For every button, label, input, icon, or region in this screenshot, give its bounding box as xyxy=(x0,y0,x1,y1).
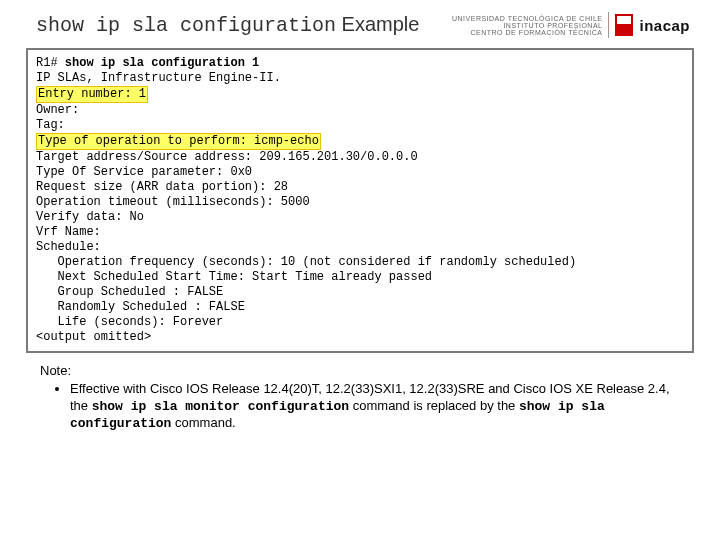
terminal-output-frame: R1# show ip sla configuration 1 IP SLAs,… xyxy=(26,48,694,353)
institution-text: UNIVERSIDAD TECNOLÓGICA DE CHILE INSTITU… xyxy=(452,15,602,36)
terminal-output: R1# show ip sla configuration 1 IP SLAs,… xyxy=(36,56,684,345)
title-suffix: Example xyxy=(336,13,419,35)
highlight-entry-number: Entry number: 1 xyxy=(36,86,148,103)
old-command: show ip sla monitor configuration xyxy=(92,399,349,414)
out-line: Randomly Scheduled : FALSE xyxy=(36,300,245,314)
out-line: Operation timeout (milliseconds): 5000 xyxy=(36,195,310,209)
institution-line-3: CENTRO DE FORMACIÓN TÉCNICA xyxy=(452,29,602,36)
out-line: Next Scheduled Start Time: Start Time al… xyxy=(36,270,432,284)
out-line: Life (seconds): Forever xyxy=(36,315,223,329)
note-block: Note: Effective with Cisco IOS Release 1… xyxy=(40,363,680,432)
note-label: Note: xyxy=(40,363,680,379)
institution-line-2: INSTITUTO PROFESIONAL xyxy=(452,22,602,29)
note-text-suffix: command. xyxy=(171,415,235,430)
out-line: Group Scheduled : FALSE xyxy=(36,285,223,299)
out-line: Request size (ARR data portion): 28 xyxy=(36,180,288,194)
out-line: Verify data: No xyxy=(36,210,144,224)
out-line: Operation frequency (seconds): 10 (not c… xyxy=(36,255,576,269)
page-title: show ip sla configuration Example xyxy=(36,13,419,37)
out-line: Schedule: xyxy=(36,240,101,254)
out-line: Target address/Source address: 209.165.2… xyxy=(36,150,418,164)
brand-name: inacap xyxy=(639,17,690,34)
out-line: Vrf Name: xyxy=(36,225,101,239)
note-list: Effective with Cisco IOS Release 12.4(20… xyxy=(40,381,680,432)
highlight-operation-type: Type of operation to perform: icmp-echo xyxy=(36,133,321,150)
note-text-mid: command is replaced by the xyxy=(349,398,519,413)
logo-block: UNIVERSIDAD TECNOLÓGICA DE CHILE INSTITU… xyxy=(452,12,690,38)
out-line: Owner: xyxy=(36,103,79,117)
out-line: IP SLAs, Infrastructure Engine-II. xyxy=(36,71,281,85)
header: show ip sla configuration Example UNIVER… xyxy=(0,0,720,42)
logo-divider xyxy=(608,12,609,38)
out-line: <output omitted> xyxy=(36,330,151,344)
prompt: R1# xyxy=(36,56,65,70)
note-bullet: Effective with Cisco IOS Release 12.4(20… xyxy=(70,381,680,432)
logo-mark-icon xyxy=(615,14,633,36)
entered-command: show ip sla configuration 1 xyxy=(65,56,259,70)
out-line: Type Of Service parameter: 0x0 xyxy=(36,165,252,179)
institution-line-1: UNIVERSIDAD TECNOLÓGICA DE CHILE xyxy=(452,15,602,22)
title-command: show ip sla configuration xyxy=(36,14,336,37)
out-line: Tag: xyxy=(36,118,65,132)
